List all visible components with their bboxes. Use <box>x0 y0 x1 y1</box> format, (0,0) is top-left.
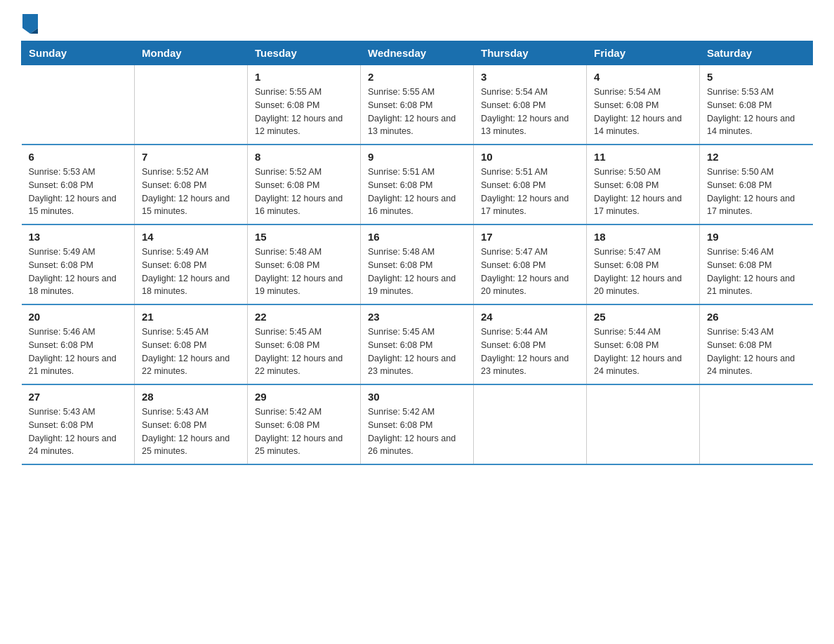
day-number: 27 <box>29 391 128 403</box>
page-header <box>21 14 813 34</box>
day-number: 22 <box>255 311 353 323</box>
day-info: Sunrise: 5:48 AMSunset: 6:08 PMDaylight:… <box>255 246 353 298</box>
day-info: Sunrise: 5:53 AMSunset: 6:08 PMDaylight:… <box>707 86 806 138</box>
calendar-day-cell: 10Sunrise: 5:51 AMSunset: 6:08 PMDayligh… <box>474 145 587 224</box>
calendar-day-cell <box>587 384 700 464</box>
day-info: Sunrise: 5:51 AMSunset: 6:08 PMDaylight:… <box>481 166 579 218</box>
calendar-day-cell: 5Sunrise: 5:53 AMSunset: 6:08 PMDaylight… <box>700 65 813 145</box>
calendar-day-cell: 2Sunrise: 5:55 AMSunset: 6:08 PMDaylight… <box>361 65 474 145</box>
day-info: Sunrise: 5:50 AMSunset: 6:08 PMDaylight:… <box>594 166 692 218</box>
calendar-day-cell: 29Sunrise: 5:42 AMSunset: 6:08 PMDayligh… <box>248 384 361 464</box>
day-info: Sunrise: 5:49 AMSunset: 6:08 PMDaylight:… <box>29 246 128 298</box>
calendar-day-cell: 8Sunrise: 5:52 AMSunset: 6:08 PMDaylight… <box>248 145 361 224</box>
day-number: 3 <box>481 71 579 83</box>
day-number: 30 <box>368 391 466 403</box>
day-number: 6 <box>29 151 128 163</box>
day-info: Sunrise: 5:51 AMSunset: 6:08 PMDaylight:… <box>368 166 466 218</box>
calendar-day-cell <box>135 65 248 145</box>
calendar-day-cell: 1Sunrise: 5:55 AMSunset: 6:08 PMDaylight… <box>248 65 361 145</box>
calendar-day-cell: 21Sunrise: 5:45 AMSunset: 6:08 PMDayligh… <box>135 304 248 384</box>
day-info: Sunrise: 5:54 AMSunset: 6:08 PMDaylight:… <box>594 86 692 138</box>
day-info: Sunrise: 5:55 AMSunset: 6:08 PMDaylight:… <box>368 86 466 138</box>
day-info: Sunrise: 5:42 AMSunset: 6:08 PMDaylight:… <box>255 405 353 458</box>
day-of-week-header: Friday <box>587 41 700 65</box>
day-number: 29 <box>255 391 353 403</box>
day-number: 26 <box>707 311 806 323</box>
logo <box>21 14 39 34</box>
day-number: 4 <box>594 71 692 83</box>
calendar-day-cell: 15Sunrise: 5:48 AMSunset: 6:08 PMDayligh… <box>248 224 361 304</box>
day-number: 10 <box>481 151 579 163</box>
days-of-week-row: SundayMondayTuesdayWednesdayThursdayFrid… <box>22 41 813 65</box>
day-info: Sunrise: 5:44 AMSunset: 6:08 PMDaylight:… <box>481 326 579 378</box>
day-info: Sunrise: 5:46 AMSunset: 6:08 PMDaylight:… <box>707 246 806 298</box>
day-number: 9 <box>368 151 466 163</box>
calendar-day-cell: 25Sunrise: 5:44 AMSunset: 6:08 PMDayligh… <box>587 304 700 384</box>
day-info: Sunrise: 5:43 AMSunset: 6:08 PMDaylight:… <box>707 326 806 378</box>
day-number: 18 <box>594 231 692 243</box>
calendar-day-cell: 22Sunrise: 5:45 AMSunset: 6:08 PMDayligh… <box>248 304 361 384</box>
day-number: 12 <box>707 151 806 163</box>
day-info: Sunrise: 5:44 AMSunset: 6:08 PMDaylight:… <box>594 326 692 378</box>
day-of-week-header: Thursday <box>474 41 587 65</box>
day-number: 17 <box>481 231 579 243</box>
day-of-week-header: Wednesday <box>361 41 474 65</box>
calendar-week-row: 20Sunrise: 5:46 AMSunset: 6:08 PMDayligh… <box>22 304 813 384</box>
day-number: 11 <box>594 151 692 163</box>
day-number: 5 <box>707 71 806 83</box>
calendar-day-cell: 16Sunrise: 5:48 AMSunset: 6:08 PMDayligh… <box>361 224 474 304</box>
calendar-day-cell: 19Sunrise: 5:46 AMSunset: 6:08 PMDayligh… <box>700 224 813 304</box>
calendar-day-cell: 17Sunrise: 5:47 AMSunset: 6:08 PMDayligh… <box>474 224 587 304</box>
calendar-day-cell: 23Sunrise: 5:45 AMSunset: 6:08 PMDayligh… <box>361 304 474 384</box>
day-info: Sunrise: 5:49 AMSunset: 6:08 PMDaylight:… <box>142 246 240 298</box>
calendar-week-row: 13Sunrise: 5:49 AMSunset: 6:08 PMDayligh… <box>22 224 813 304</box>
day-number: 21 <box>142 311 240 323</box>
day-info: Sunrise: 5:43 AMSunset: 6:08 PMDaylight:… <box>142 405 240 458</box>
day-number: 2 <box>368 71 466 83</box>
day-of-week-header: Tuesday <box>248 41 361 65</box>
logo-icon <box>22 14 38 34</box>
calendar-day-cell: 28Sunrise: 5:43 AMSunset: 6:08 PMDayligh… <box>135 384 248 464</box>
calendar-week-row: 1Sunrise: 5:55 AMSunset: 6:08 PMDaylight… <box>22 65 813 145</box>
day-number: 13 <box>29 231 128 243</box>
calendar-day-cell: 26Sunrise: 5:43 AMSunset: 6:08 PMDayligh… <box>700 304 813 384</box>
calendar-day-cell <box>22 65 135 145</box>
day-info: Sunrise: 5:52 AMSunset: 6:08 PMDaylight:… <box>142 166 240 218</box>
day-info: Sunrise: 5:46 AMSunset: 6:08 PMDaylight:… <box>29 326 128 378</box>
calendar-day-cell: 11Sunrise: 5:50 AMSunset: 6:08 PMDayligh… <box>587 145 700 224</box>
calendar-week-row: 27Sunrise: 5:43 AMSunset: 6:08 PMDayligh… <box>22 384 813 464</box>
calendar-day-cell: 14Sunrise: 5:49 AMSunset: 6:08 PMDayligh… <box>135 224 248 304</box>
day-info: Sunrise: 5:45 AMSunset: 6:08 PMDaylight:… <box>255 326 353 378</box>
day-number: 28 <box>142 391 240 403</box>
calendar-day-cell: 18Sunrise: 5:47 AMSunset: 6:08 PMDayligh… <box>587 224 700 304</box>
day-number: 14 <box>142 231 240 243</box>
day-number: 8 <box>255 151 353 163</box>
calendar-day-cell: 3Sunrise: 5:54 AMSunset: 6:08 PMDaylight… <box>474 65 587 145</box>
calendar-day-cell: 30Sunrise: 5:42 AMSunset: 6:08 PMDayligh… <box>361 384 474 464</box>
calendar-body: 1Sunrise: 5:55 AMSunset: 6:08 PMDaylight… <box>22 65 813 465</box>
day-number: 15 <box>255 231 353 243</box>
calendar-header: SundayMondayTuesdayWednesdayThursdayFrid… <box>22 41 813 65</box>
day-info: Sunrise: 5:42 AMSunset: 6:08 PMDaylight:… <box>368 405 466 458</box>
day-info: Sunrise: 5:45 AMSunset: 6:08 PMDaylight:… <box>368 326 466 378</box>
day-number: 20 <box>29 311 128 323</box>
calendar-week-row: 6Sunrise: 5:53 AMSunset: 6:08 PMDaylight… <box>22 145 813 224</box>
calendar-day-cell: 12Sunrise: 5:50 AMSunset: 6:08 PMDayligh… <box>700 145 813 224</box>
day-info: Sunrise: 5:43 AMSunset: 6:08 PMDaylight:… <box>29 405 128 458</box>
day-info: Sunrise: 5:47 AMSunset: 6:08 PMDaylight:… <box>481 246 579 298</box>
calendar-day-cell: 6Sunrise: 5:53 AMSunset: 6:08 PMDaylight… <box>22 145 135 224</box>
day-number: 16 <box>368 231 466 243</box>
day-info: Sunrise: 5:50 AMSunset: 6:08 PMDaylight:… <box>707 166 806 218</box>
calendar-day-cell: 24Sunrise: 5:44 AMSunset: 6:08 PMDayligh… <box>474 304 587 384</box>
calendar-day-cell: 20Sunrise: 5:46 AMSunset: 6:08 PMDayligh… <box>22 304 135 384</box>
calendar-day-cell <box>474 384 587 464</box>
calendar-day-cell <box>700 384 813 464</box>
day-number: 25 <box>594 311 692 323</box>
day-of-week-header: Sunday <box>22 41 135 65</box>
calendar-day-cell: 13Sunrise: 5:49 AMSunset: 6:08 PMDayligh… <box>22 224 135 304</box>
day-number: 24 <box>481 311 579 323</box>
day-info: Sunrise: 5:45 AMSunset: 6:08 PMDaylight:… <box>142 326 240 378</box>
calendar-day-cell: 27Sunrise: 5:43 AMSunset: 6:08 PMDayligh… <box>22 384 135 464</box>
day-of-week-header: Saturday <box>700 41 813 65</box>
calendar-day-cell: 4Sunrise: 5:54 AMSunset: 6:08 PMDaylight… <box>587 65 700 145</box>
